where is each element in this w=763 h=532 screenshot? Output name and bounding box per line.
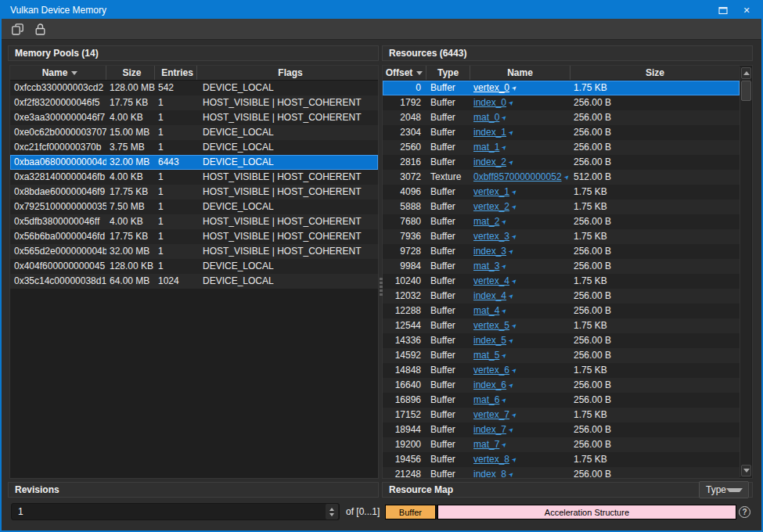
column-header-size[interactable]: Size (106, 66, 155, 80)
resource-link[interactable]: index_2 (473, 156, 506, 167)
map-mode-dropdown[interactable]: Type (699, 481, 749, 498)
column-header-size[interactable]: Size (570, 66, 740, 80)
resource-link[interactable]: index_3 (473, 246, 506, 257)
spin-down-icon[interactable] (329, 513, 334, 516)
resource-row[interactable]: 17152Buffervertex_7➤1.75 KB (383, 408, 740, 422)
panel-splitter-handle[interactable] (379, 278, 383, 296)
cell-size: 256.00 B (570, 140, 740, 155)
resource-row[interactable]: 16640Bufferindex_6➤256.00 B (383, 378, 740, 393)
resource-link[interactable]: vertex_8 (473, 454, 509, 465)
cell-size: 128.00 MB (106, 81, 155, 95)
spinner-arrows[interactable] (326, 504, 338, 519)
resource-link[interactable]: mat_6 (473, 394, 499, 405)
memory-pool-row[interactable]: 0x404f600000000045128.00 KB1DEVICE_LOCAL (10, 259, 378, 274)
resource-row[interactable]: 19456Buffervertex_8➤1.75 KB (383, 452, 740, 467)
resource-link[interactable]: mat_5 (473, 350, 499, 361)
resource-row[interactable]: 21248Bufferindex_8➤256.00 B (383, 467, 740, 479)
revision-input[interactable] (12, 506, 326, 517)
resource-link[interactable]: mat_0 (473, 112, 499, 123)
resource-link[interactable]: index_1 (473, 127, 506, 138)
titlebar[interactable]: Vulkan Device Memory ✕ (2, 2, 761, 19)
column-header-offset[interactable]: Offset (383, 66, 426, 80)
resource-link[interactable]: index_0 (473, 97, 506, 108)
memory-pool-row[interactable]: 0xe0c62b000000370715.00 MB1DEVICE_LOCAL (10, 125, 378, 140)
resource-link[interactable]: vertex_6 (473, 365, 509, 376)
memory-pool-row[interactable]: 0xbaa068000000004d32.00 MB6443DEVICE_LOC… (10, 155, 378, 170)
resource-row[interactable]: 3072Texture0xbff8570000000052➤512.00 B (383, 170, 740, 185)
resource-row[interactable]: 14336Bufferindex_5➤256.00 B (383, 333, 740, 348)
column-header-flags[interactable]: Flags (197, 66, 378, 80)
resource-row[interactable]: 2048Buffermat_0➤256.00 B (383, 110, 740, 125)
resource-row[interactable]: 19200Buffermat_7➤256.00 B (383, 437, 740, 452)
resource-link[interactable]: vertex_2 (473, 201, 509, 212)
resource-row[interactable]: 12032Bufferindex_4➤256.00 B (383, 289, 740, 304)
revision-spinbox[interactable] (11, 503, 340, 520)
resource-row[interactable]: 16896Buffermat_6➤256.00 B (383, 393, 740, 408)
resource-row[interactable]: 2304Bufferindex_1➤256.00 B (383, 125, 740, 140)
resource-link[interactable]: vertex_5 (473, 320, 509, 331)
resource-row[interactable]: 14592Buffermat_5➤256.00 B (383, 348, 740, 363)
resource-link[interactable]: index_8 (473, 469, 506, 479)
memory-pool-row[interactable]: 0xf2f83200000046f517.75 KB1HOST_VISIBLE … (10, 95, 378, 110)
memory-pool-row[interactable]: 0xc21fcf000000370b3.75 MB1DEVICE_LOCAL (10, 140, 378, 155)
memory-pool-row[interactable]: 0x565d2e000000004b32.00 MB1HOST_VISIBLE … (10, 244, 378, 259)
resource-row[interactable]: 7936Buffervertex_3➤1.75 KB (383, 229, 740, 244)
memory-pool-row[interactable]: 0x35c14c00000038d164.00 MB1024DEVICE_LOC… (10, 274, 378, 289)
resource-link[interactable]: index_5 (473, 335, 506, 346)
resource-row[interactable]: 12288Buffermat_4➤256.00 B (383, 304, 740, 318)
resource-row[interactable]: 2560Buffermat_1➤256.00 B (383, 140, 740, 155)
cell-entries: 1 (155, 259, 197, 274)
new-window-icon[interactable] (9, 20, 26, 38)
lock-icon[interactable] (31, 20, 49, 38)
resource-link[interactable]: vertex_0 (473, 82, 509, 93)
resource-link[interactable]: mat_1 (473, 142, 499, 153)
resource-link[interactable]: vertex_1 (473, 186, 509, 197)
resource-row[interactable]: 12544Buffervertex_5➤1.75 KB (383, 318, 740, 333)
cell-entries: 1 (155, 244, 197, 259)
close-icon[interactable]: ✕ (741, 5, 752, 16)
memory-pool-row[interactable]: 0x8bdae600000046f917.75 KB1HOST_VISIBLE … (10, 185, 378, 200)
resource-row[interactable]: 4096Buffervertex_1➤1.75 KB (383, 185, 740, 200)
resources-scrollbar[interactable] (740, 66, 751, 477)
resource-row[interactable]: 1792Bufferindex_0➤256.00 B (383, 95, 740, 110)
resource-link[interactable]: 0xbff8570000000052 (473, 171, 562, 182)
resource-row[interactable]: 9984Buffermat_3➤256.00 B (383, 259, 740, 274)
column-header-name[interactable]: Name (470, 66, 570, 80)
column-header-entries[interactable]: Entries (155, 66, 197, 80)
resource-row[interactable]: 9728Bufferindex_3➤256.00 B (383, 244, 740, 259)
memory-pool-row[interactable]: 0x79251000000000357.50 MB1DEVICE_LOCAL (10, 200, 378, 214)
memory-pool-row[interactable]: 0xa3281400000046fb4.00 KB1HOST_VISIBLE |… (10, 170, 378, 185)
resource-link[interactable]: index_7 (473, 424, 506, 435)
resource-link[interactable]: mat_7 (473, 439, 499, 450)
spin-up-icon[interactable] (329, 508, 334, 511)
resource-map-segment[interactable]: Buffer (385, 505, 436, 519)
scroll-down-icon[interactable] (741, 465, 751, 476)
resource-row[interactable]: 2816Bufferindex_2➤256.00 B (383, 155, 740, 170)
resource-link[interactable]: vertex_7 (473, 409, 509, 420)
resource-row[interactable]: 18944Bufferindex_7➤256.00 B (383, 422, 740, 437)
resource-link[interactable]: mat_2 (473, 216, 499, 227)
resource-link[interactable]: mat_4 (473, 305, 499, 316)
resource-row[interactable]: 5888Buffervertex_2➤1.75 KB (383, 200, 740, 214)
resource-link[interactable]: index_6 (473, 379, 506, 390)
column-header-name[interactable]: Name (10, 66, 106, 80)
resource-link[interactable]: mat_3 (473, 261, 499, 271)
memory-pool-row[interactable]: 0xfccb330000003cd2128.00 MB542DEVICE_LOC… (10, 81, 378, 95)
resource-row[interactable]: 0Buffervertex_0➤1.75 KB (383, 81, 740, 95)
resource-row[interactable]: 7680Buffermat_2➤256.00 B (383, 214, 740, 229)
help-icon[interactable]: ? (739, 506, 750, 518)
resource-map-segment[interactable]: Acceleration Structure (437, 505, 736, 519)
resource-link[interactable]: vertex_4 (473, 275, 509, 286)
maximize-icon[interactable] (718, 5, 729, 16)
resource-link[interactable]: vertex_3 (473, 231, 509, 242)
memory-pool-row[interactable]: 0x56b6ba00000046fd17.75 KB1HOST_VISIBLE … (10, 229, 378, 244)
resource-link[interactable]: index_4 (473, 290, 506, 301)
memory-pool-row[interactable]: 0x5dfb3800000046ff4.00 KB1HOST_VISIBLE |… (10, 214, 378, 229)
memory-pool-row[interactable]: 0xe3aa3000000046f74.00 KB1HOST_VISIBLE |… (10, 110, 378, 125)
column-header-type[interactable]: Type (426, 66, 470, 80)
resource-row[interactable]: 14848Buffervertex_6➤1.75 KB (383, 363, 740, 378)
scroll-up-icon[interactable] (741, 67, 751, 79)
cell-size: 15.00 MB (106, 125, 155, 140)
scrollbar-thumb[interactable] (741, 81, 751, 101)
resource-row[interactable]: 10240Buffervertex_4➤1.75 KB (383, 274, 740, 289)
